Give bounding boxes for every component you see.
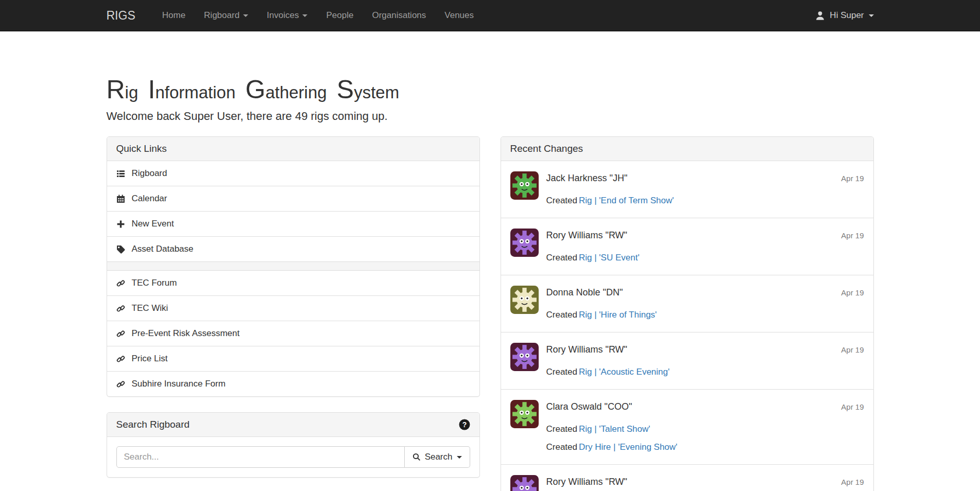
quick-link-calendar[interactable]: Calendar	[107, 186, 479, 211]
quick-link-label: Pre-Event Risk Assessment	[132, 328, 240, 339]
quick-link-pre-event-risk-assessment[interactable]: Pre-Event Risk Assessment	[107, 321, 479, 346]
link-icon	[116, 304, 125, 313]
quick-links-panel: Quick Links Rigboard Calendar New Event	[107, 136, 480, 397]
chevron-down-icon	[302, 14, 307, 17]
link-icon	[116, 329, 125, 338]
help-icon[interactable]: ?	[459, 419, 470, 430]
title-rest: ystem	[354, 83, 399, 102]
user-icon	[815, 11, 825, 21]
action-link[interactable]: Rig | 'SU Event'	[579, 253, 640, 262]
nav-item-people[interactable]: People	[317, 0, 363, 31]
quick-link-label: Calendar	[132, 194, 167, 204]
search-button-label: Search	[425, 452, 453, 462]
avatar	[510, 286, 539, 314]
link-icon	[116, 355, 125, 363]
chevron-down-icon	[869, 14, 874, 17]
person-name: Rory Williams "RW"	[546, 343, 834, 357]
search-input[interactable]	[116, 446, 405, 468]
search-panel-title: Search Rigboard	[116, 419, 190, 430]
title-cap: S	[337, 75, 354, 104]
title-rest: ig	[125, 83, 139, 102]
calendar-icon	[116, 195, 125, 203]
nav-label: Invoices	[267, 10, 299, 21]
action-prefix: Created	[546, 424, 577, 434]
quick-link-tec-wiki[interactable]: TEC Wiki	[107, 295, 479, 321]
quick-link-label: Asset Database	[132, 244, 194, 254]
quick-link-new-event[interactable]: New Event	[107, 211, 479, 236]
nav-item-venues[interactable]: Venues	[435, 0, 483, 31]
title-rest: nformation	[155, 83, 235, 102]
nav-item-home[interactable]: Home	[153, 0, 195, 31]
recent-changes-panel: Recent Changes Jack Harkness "JH" Create…	[501, 136, 874, 491]
nav-label: People	[326, 10, 353, 21]
recent-change-item: Rory Williams "RW" Apr 19	[501, 464, 873, 491]
nav-label: Rigboard	[204, 10, 239, 21]
change-date: Apr 19	[841, 171, 864, 207]
action-link[interactable]: Dry Hire | 'Evening Show'	[579, 442, 677, 452]
recent-changes-title: Recent Changes	[510, 143, 583, 154]
page-title: Rig Information Gathering System	[107, 77, 874, 102]
nav-label: Organisations	[372, 10, 426, 21]
quick-link-label: Price List	[132, 354, 168, 364]
quick-link-subhire-insurance-form[interactable]: Subhire Insurance Form	[107, 371, 479, 396]
title-cap: R	[107, 75, 125, 104]
recent-change-item: Jack Harkness "JH" CreatedRig | 'End of …	[501, 161, 873, 218]
quick-link-label: Subhire Insurance Form	[132, 379, 226, 389]
change-date: Apr 19	[841, 343, 864, 379]
plus-icon	[116, 220, 125, 229]
quick-links-separator	[107, 261, 479, 270]
quick-link-tec-forum[interactable]: TEC Forum	[107, 270, 479, 295]
recent-change-item: Rory Williams "RW" CreatedRig | 'SU Even…	[501, 218, 873, 275]
main-nav: Home Rigboard Invoices People Organisati…	[153, 0, 483, 31]
action-prefix: Created	[546, 442, 577, 452]
action-link[interactable]: Rig | 'Acoustic Evening'	[579, 367, 669, 377]
action-link[interactable]: Rig | 'Talent Show'	[579, 424, 650, 434]
quick-link-price-list[interactable]: Price List	[107, 346, 479, 371]
person-name: Clara Oswald "COO"	[546, 400, 834, 414]
svg-text:?: ?	[462, 420, 467, 429]
nav-label: Home	[162, 10, 185, 21]
action-prefix: Created	[546, 367, 577, 377]
title-rest: athering	[265, 83, 326, 102]
quick-link-asset-database[interactable]: Asset Database	[107, 236, 479, 261]
quick-link-rigboard[interactable]: Rigboard	[107, 161, 479, 186]
avatar	[510, 400, 539, 428]
nav-item-organisations[interactable]: Organisations	[363, 0, 435, 31]
action-prefix: Created	[546, 310, 577, 320]
brand-logo[interactable]: RIGS	[107, 0, 135, 31]
search-rigboard-panel: Search Rigboard ? Search	[107, 412, 480, 478]
person-name: Donna Noble "DN"	[546, 286, 834, 300]
action-link[interactable]: Rig | 'End of Term Show'	[579, 196, 674, 205]
action-prefix: Created	[546, 253, 577, 262]
nav-item-invoices[interactable]: Invoices	[257, 0, 317, 31]
search-button[interactable]: Search	[405, 446, 470, 468]
avatar	[510, 343, 539, 371]
chevron-down-icon	[243, 14, 248, 17]
avatar	[510, 475, 539, 491]
title-cap: G	[245, 75, 265, 104]
change-date: Apr 19	[841, 229, 864, 265]
action-link[interactable]: Rig | 'Hire of Things'	[579, 310, 657, 320]
recent-change-item: Donna Noble "DN" CreatedRig | 'Hire of T…	[501, 275, 873, 332]
user-menu[interactable]: Hi Super	[815, 0, 873, 31]
title-cap: I	[148, 75, 155, 104]
link-icon	[116, 279, 125, 288]
quick-link-label: TEC Wiki	[132, 303, 168, 313]
avatar	[510, 171, 539, 200]
avatar	[510, 229, 539, 257]
list-icon	[116, 169, 125, 178]
chevron-down-icon	[457, 456, 462, 459]
change-date: Apr 19	[841, 400, 864, 454]
recent-change-item: Rory Williams "RW" CreatedRig | 'Acousti…	[501, 332, 873, 389]
person-name: Jack Harkness "JH"	[546, 171, 834, 185]
nav-item-rigboard[interactable]: Rigboard	[195, 0, 257, 31]
quick-link-label: TEC Forum	[132, 278, 177, 288]
change-date: Apr 19	[841, 475, 864, 491]
welcome-message: Welcome back Super User, there are 49 ri…	[107, 110, 874, 123]
person-name: Rory Williams "RW"	[546, 475, 834, 489]
tag-icon	[116, 245, 125, 254]
nav-label: Venues	[444, 10, 474, 21]
recent-change-item: Clara Oswald "COO" CreatedRig | 'Talent …	[501, 389, 873, 464]
action-prefix: Created	[546, 196, 577, 205]
person-name: Rory Williams "RW"	[546, 229, 834, 242]
